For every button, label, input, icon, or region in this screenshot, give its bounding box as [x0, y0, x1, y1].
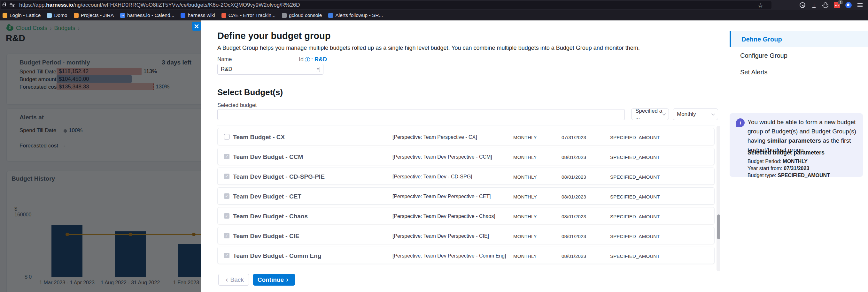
- budget-type: SPECIFIED_AMOUNT: [610, 194, 660, 199]
- scrollbar-thumb[interactable]: [717, 214, 720, 239]
- budget-perspective: [Perspective: Team Dev Perspective - CIE…: [393, 233, 489, 239]
- menu-icon[interactable]: [857, 2, 864, 9]
- bookmark-label: Domo: [54, 12, 67, 18]
- select-budgets-title: Select Budget(s): [217, 87, 283, 97]
- browser-url-bar: https://app.harness.io/ng/account/wFHXHD…: [0, 0, 868, 10]
- extensions-puzzle-icon[interactable]: [822, 2, 829, 9]
- stepper-item-set-alerts[interactable]: Set Alerts: [730, 69, 868, 76]
- budget-list: Team Budget - CX [Perspective: Team Pers…: [217, 125, 715, 271]
- bookmark-item[interactable]: gcloud console: [282, 12, 322, 18]
- row-checkbox[interactable]: [224, 134, 229, 140]
- bookmark-item[interactable]: Login - Lattice: [3, 12, 40, 18]
- budget-perspective: [Perspective: Team Dev Perspective - CCM…: [393, 154, 492, 160]
- row-checkbox[interactable]: ✓: [224, 213, 229, 219]
- row-checkbox[interactable]: ✓: [224, 174, 229, 179]
- bookmark-favicon: [74, 13, 79, 18]
- budget-cadence: MONTHLY: [513, 233, 537, 239]
- budget-date: 08/01/2023: [561, 174, 586, 180]
- budget-name: Team Dev Budget - CET: [233, 193, 301, 200]
- budget-row[interactable]: ✓ Team Dev Budget - CIE [Perspective: Te…: [217, 227, 715, 244]
- bookmarks-bar: Login - LatticeDomoProjects - JIRA31harn…: [0, 10, 868, 21]
- chevron-down-icon: [662, 112, 666, 115]
- budget-row[interactable]: ✓ Team Dev Budget - Chaos [Perspective: …: [217, 207, 715, 224]
- id-value-link[interactable]: R&D: [314, 56, 327, 63]
- bookmark-label: Login - Lattice: [9, 12, 40, 18]
- bookmark-label: gcloud console: [289, 12, 322, 18]
- stepper-item-configure-group[interactable]: Configure Group: [730, 52, 868, 59]
- info-icon[interactable]: i: [305, 57, 310, 62]
- row-checkbox[interactable]: ✓: [224, 253, 229, 258]
- budget-row[interactable]: ✓ Team Dev Budget - CCM [Perspective: Te…: [217, 148, 715, 165]
- budget-date: 08/01/2023: [561, 154, 586, 160]
- budget-perspective: [Perspective: Team Perspective - CX]: [393, 134, 477, 140]
- budget-perspective: [Perspective: Team Dev Perspective - Com…: [393, 253, 506, 259]
- period-dropdown[interactable]: Monthly: [673, 109, 718, 120]
- name-input[interactable]: [217, 64, 323, 75]
- budget-perspective: [Perspective: Team Dev - CD-SPG]: [393, 174, 472, 180]
- bookmark-item[interactable]: Domo: [47, 12, 67, 18]
- budget-date: 08/01/2023: [561, 194, 586, 199]
- bookmark-item[interactable]: Alerts followup - SR...: [328, 12, 383, 18]
- url-field[interactable]: https://app.harness.io/ng/account/wFHXHD…: [1, 1, 772, 9]
- selected-budget-parameters: Selected budget parameters Budget Period…: [747, 149, 830, 179]
- selected-budget-label: Selected budget: [217, 102, 257, 109]
- bookmark-item[interactable]: CAE - Error Trackin...: [221, 12, 276, 18]
- back-button[interactable]: ‹Back: [218, 274, 249, 286]
- pocket-icon[interactable]: [799, 2, 806, 9]
- row-checkbox[interactable]: ✓: [224, 233, 229, 239]
- close-icon[interactable]: [192, 22, 201, 31]
- budget-type: SPECIFIED_AMOUNT: [610, 174, 660, 180]
- id-row: Id i : R&D: [299, 56, 327, 63]
- url-text[interactable]: https://app.harness.io/ng/account/wFHXHD…: [19, 2, 300, 8]
- budget-row[interactable]: ✓ Team Dev Budget - CET [Perspective: Te…: [217, 187, 715, 205]
- info-bubble-icon: i: [736, 118, 745, 127]
- edit-icon[interactable]: [316, 67, 320, 72]
- bookmark-favicon: [282, 13, 287, 18]
- budget-cadence: MONTHLY: [513, 174, 537, 180]
- budget-date: 08/01/2023: [561, 253, 586, 259]
- budget-date: 07/31/2023: [561, 135, 586, 140]
- chevron-down-icon: [711, 112, 715, 115]
- budget-row[interactable]: ✓ Team Dev Budget - CD-SPG-PIE [Perspect…: [217, 168, 715, 185]
- bookmark-favicon: [3, 13, 7, 18]
- blue-extension-icon[interactable]: [845, 2, 852, 9]
- tracking-protection-icon[interactable]: [9, 3, 15, 7]
- budget-name: Team Dev Budget - CD-SPG-PIE: [233, 173, 325, 180]
- continue-button[interactable]: Continue›: [253, 274, 295, 286]
- bookmark-label: CAE - Error Trackin...: [228, 12, 276, 18]
- budget-cadence: MONTHLY: [513, 194, 537, 199]
- row-checkbox[interactable]: ✓: [224, 193, 229, 199]
- modal-title: Define your budget group: [217, 31, 331, 41]
- budget-type-dropdown[interactable]: Specified a ...: [631, 109, 669, 120]
- list-scrollbar: [716, 126, 720, 271]
- budget-row[interactable]: ✓ Team Dev Budget - Comm Eng [Perspectiv…: [217, 247, 715, 264]
- stepper-item-define-group[interactable]: Define Group: [730, 31, 868, 47]
- bookmark-item[interactable]: harness wiki: [181, 12, 215, 18]
- modal-description: A Budget Group helps you manage multiple…: [217, 45, 640, 51]
- bookmark-favicon: 31: [120, 13, 125, 18]
- budget-perspective: [Perspective: Team Dev Perspective - CET…: [393, 194, 491, 199]
- bookmark-favicon: [47, 13, 52, 18]
- extension-badge: 1: [838, 0, 843, 4]
- bookmark-label: Projects - JIRA: [81, 12, 114, 18]
- budget-name: Team Dev Budget - Chaos: [233, 213, 308, 220]
- bookmark-label: harness wiki: [188, 12, 215, 18]
- budget-type: SPECIFIED_AMOUNT: [610, 214, 660, 219]
- download-icon[interactable]: ↓: [810, 2, 817, 9]
- budget-row[interactable]: Team Budget - CX [Perspective: Team Pers…: [217, 128, 715, 145]
- selected-budget-input[interactable]: [217, 109, 625, 120]
- bookmark-item[interactable]: Projects - JIRA: [74, 12, 114, 18]
- budget-cadence: MONTHLY: [513, 135, 537, 140]
- password-extension-icon[interactable]: ...1: [834, 2, 840, 9]
- row-checkbox[interactable]: ✓: [224, 154, 229, 159]
- bookmark-star-icon[interactable]: ☆: [758, 2, 763, 9]
- budget-cadence: MONTHLY: [513, 214, 537, 219]
- bookmark-label: harness.io - Calend...: [127, 12, 174, 18]
- bookmark-label: Alerts followup - SR...: [335, 12, 383, 18]
- budget-type: SPECIFIED_AMOUNT: [610, 233, 660, 239]
- budget-parameter: Budget type: SPECIFIED_AMOUNT: [747, 172, 830, 179]
- budget-perspective: [Perspective: Team Dev Perspective - Cha…: [393, 214, 495, 219]
- lock-icon: [3, 4, 6, 6]
- budget-parameter: Budget Period: MONTHLY: [747, 158, 830, 165]
- bookmark-item[interactable]: 31harness.io - Calend...: [120, 12, 174, 18]
